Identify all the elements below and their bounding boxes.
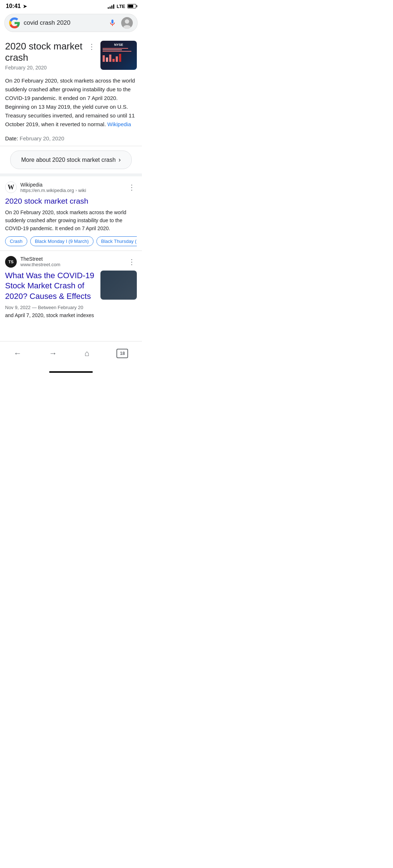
thestreet-more-options-icon[interactable]: ⋮ xyxy=(127,257,137,266)
location-icon: ➤ xyxy=(23,4,27,9)
kp-title: 2020 stock market crash xyxy=(5,41,87,63)
thestreet-snippet: and April 7, 2020, stock market indexes xyxy=(5,312,97,319)
signal-bar-3 xyxy=(111,5,112,9)
result-source-wikipedia: W Wikipedia https://en.m.wikipedia.org ›… xyxy=(5,181,137,193)
source-name-thestreet: TheStreet xyxy=(20,256,60,262)
battery-icon xyxy=(127,4,136,8)
result-source-thestreet: TS TheStreet www.thestreet.com ⋮ xyxy=(5,256,137,268)
thestreet-content: What Was the COVID-19 Stock Market Crash… xyxy=(5,271,137,319)
search-bar[interactable]: covid crash 2020 xyxy=(4,14,138,32)
google-logo xyxy=(9,17,20,28)
lte-label: LTE xyxy=(116,4,125,9)
home-indicator xyxy=(0,368,142,376)
more-options-icon[interactable]: ⋮ xyxy=(87,42,97,51)
thestreet-favicon: TS xyxy=(5,256,17,268)
source-info-ts: TheStreet www.thestreet.com xyxy=(20,256,60,267)
tabs-count: 18 xyxy=(120,351,125,356)
tabs-count-badge: 18 xyxy=(116,349,128,358)
tags-row: Crash Black Monday I (9 March) Black Thu… xyxy=(5,236,137,246)
status-bar: 10:41 ➤ LTE xyxy=(0,0,142,11)
more-about-text: More about 2020 stock market crash xyxy=(21,157,116,163)
wikipedia-favicon: W xyxy=(5,181,17,193)
home-icon: ⌂ xyxy=(84,349,89,358)
kp-date-row: Date: February 20, 2020 xyxy=(5,132,137,146)
thestreet-image xyxy=(100,271,137,300)
knowledge-panel: 2020 stock market crash February 20, 202… xyxy=(0,36,142,173)
result-more-options-icon[interactable]: ⋮ xyxy=(127,183,137,192)
tag-black-thursday[interactable]: Black Thursday (12 M xyxy=(96,236,137,246)
thestreet-meta: Nov 9, 2022 — Between February 20 xyxy=(5,305,97,310)
home-button[interactable]: ⌂ xyxy=(82,346,92,361)
forward-icon: → xyxy=(49,349,57,358)
wikipedia-result-description: On 20 February 2020, stock markets acros… xyxy=(5,208,137,233)
result-source-left-ts: TS TheStreet www.thestreet.com xyxy=(5,256,60,268)
thestreet-result: TS TheStreet www.thestreet.com ⋮ What Wa… xyxy=(0,251,142,319)
bottom-navigation: ← → ⌂ 18 xyxy=(0,341,142,368)
url-arrow-icon: › xyxy=(75,188,77,192)
signal-bar-2 xyxy=(110,7,111,9)
search-bar-container: covid crash 2020 xyxy=(0,11,142,36)
back-icon: ← xyxy=(14,349,22,358)
tag-black-monday[interactable]: Black Monday I (9 March) xyxy=(30,236,94,246)
time-display: 10:41 xyxy=(6,3,21,9)
kp-image-inner: NYSE xyxy=(100,41,137,70)
kp-subtitle: February 20, 2020 xyxy=(5,65,87,71)
more-about-section: More about 2020 stock market crash › xyxy=(5,146,137,173)
tag-crash[interactable]: Crash xyxy=(5,236,27,246)
date-label: Date: xyxy=(5,135,18,141)
source-url-thestreet: www.thestreet.com xyxy=(20,262,60,267)
result-source-left: W Wikipedia https://en.m.wikipedia.org ›… xyxy=(5,181,86,193)
microphone-icon[interactable] xyxy=(107,18,118,28)
signal-bar-1 xyxy=(108,7,109,9)
kp-image: NYSE xyxy=(100,41,137,70)
date-value: February 20, 2020 xyxy=(20,135,64,141)
wikipedia-result: W Wikipedia https://en.m.wikipedia.org ›… xyxy=(0,176,142,251)
kp-description: On 20 February 2020, stock markets acros… xyxy=(5,73,137,132)
kp-title-section: 2020 stock market crash February 20, 202… xyxy=(5,41,87,71)
source-info: Wikipedia https://en.m.wikipedia.org › w… xyxy=(20,182,86,193)
more-about-button[interactable]: More about 2020 stock market crash › xyxy=(10,151,132,169)
source-name-wikipedia: Wikipedia xyxy=(20,182,86,188)
chevron-right-icon: › xyxy=(119,156,121,164)
signal-bar-4 xyxy=(113,4,114,9)
tabs-button[interactable]: 18 xyxy=(114,346,131,361)
forward-button[interactable]: → xyxy=(46,346,60,361)
thestreet-result-title[interactable]: What Was the COVID-19 Stock Market Crash… xyxy=(5,271,97,302)
user-avatar[interactable] xyxy=(121,17,133,29)
source-url-wikipedia: https://en.m.wikipedia.org › wiki xyxy=(20,188,86,193)
wikipedia-result-title[interactable]: 2020 stock market crash xyxy=(5,196,137,206)
thestreet-image-inner xyxy=(100,271,137,300)
back-button[interactable]: ← xyxy=(11,346,25,361)
status-time: 10:41 ➤ xyxy=(6,3,27,9)
signal-bars xyxy=(108,4,114,9)
search-query[interactable]: covid crash 2020 xyxy=(24,19,104,27)
home-bar xyxy=(49,371,93,373)
thestreet-text: What Was the COVID-19 Stock Market Crash… xyxy=(5,271,97,319)
status-icons: LTE xyxy=(108,4,136,9)
section-divider xyxy=(0,173,142,176)
svg-point-1 xyxy=(125,19,129,24)
wikipedia-link[interactable]: Wikipedia xyxy=(107,121,131,127)
kp-header: 2020 stock market crash February 20, 202… xyxy=(5,41,137,71)
